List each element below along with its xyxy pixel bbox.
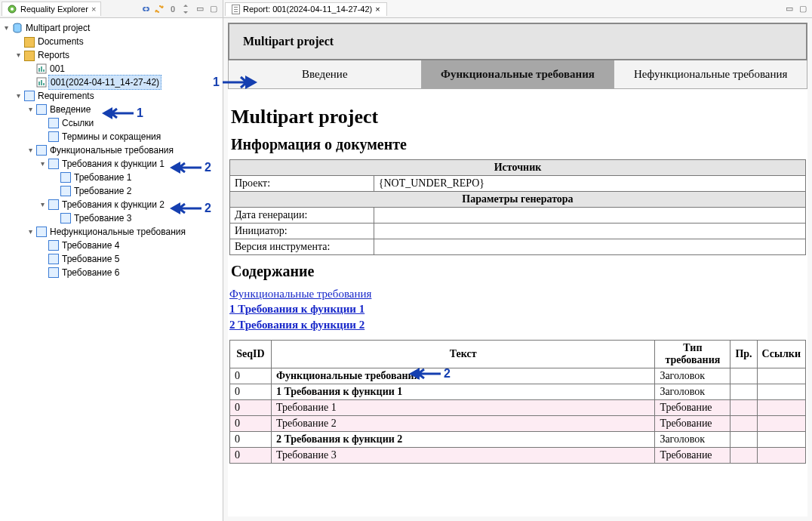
explorer-tab[interactable]: Requality Explorer × — [2, 2, 101, 16]
database-icon — [12, 23, 23, 33]
close-icon[interactable]: × — [375, 5, 380, 14]
report-viewer[interactable]: Multipart project Введение Функциональны… — [228, 23, 807, 516]
maximize-icon[interactable]: ▢ — [797, 3, 809, 15]
maximize-icon[interactable]: ▢ — [208, 3, 220, 15]
tree-report-selected[interactable]: 001(2024-04-11_14-27-42) — [48, 75, 161, 90]
report-icon — [36, 77, 47, 88]
toc-heading: Содержание — [231, 263, 804, 280]
tree-req6[interactable]: Требование 6 — [60, 266, 121, 279]
cell-seq: 0 — [230, 399, 272, 415]
explorer-tree[interactable]: ▾ Multipart project ▾ Documents ▾ — [0, 18, 223, 521]
expand-icon[interactable]: ▾ — [26, 103, 35, 116]
toc-func[interactable]: Функциональные требования — [229, 288, 371, 300]
svg-rect-8 — [38, 82, 40, 85]
tree-requirements[interactable]: Requirements — [36, 89, 96, 103]
requirement-icon — [48, 254, 59, 264]
cell-links — [757, 415, 805, 431]
tree-req2[interactable]: Требование 2 — [72, 184, 133, 198]
project-banner: Multipart project — [228, 23, 807, 60]
close-icon[interactable]: × — [91, 5, 96, 14]
info-tool-label: Версия инструмента: — [230, 239, 374, 255]
cell-text: Требование 3 — [272, 447, 655, 463]
nav-nonfunc[interactable]: Нефункциональные требования — [614, 60, 807, 88]
tree-func1[interactable]: Требования к функции 1 — [60, 157, 166, 171]
sort-icon[interactable] — [180, 3, 192, 15]
svg-rect-5 — [41, 66, 42, 72]
requirement-icon — [36, 145, 47, 156]
table-row: 0Требование 1Требование — [230, 399, 806, 415]
expand-icon[interactable]: ▾ — [2, 21, 11, 35]
th-text: Текст — [272, 340, 655, 368]
table-row: 0Функциональные требованияЗаголовок — [230, 368, 806, 384]
expand-icon[interactable]: ▾ — [14, 89, 23, 103]
report-nav: Введение Функциональные требования Нефун… — [228, 60, 807, 89]
nav-func[interactable]: Функциональные требования — [422, 60, 615, 88]
explorer-panel: Requality Explorer × 0 ▭ ▢ — [0, 0, 223, 521]
tree-intro[interactable]: Введение — [48, 103, 92, 116]
expand-icon[interactable]: ▾ — [38, 198, 47, 211]
tree-func2[interactable]: Требования к функции 2 — [60, 198, 166, 211]
expand-icon[interactable]: ▾ — [14, 48, 23, 62]
cell-type: Заголовок — [655, 431, 730, 447]
info-date-label: Дата генерации: — [230, 208, 374, 224]
requirements-table: SeqID Текст Тип требования Пр. Ссылки 0Ф… — [229, 340, 806, 464]
minimize-icon[interactable]: ▭ — [783, 3, 795, 15]
toc-item1[interactable]: 1 Требования к функции 1 — [229, 303, 364, 315]
svg-rect-9 — [41, 80, 42, 85]
nav-intro[interactable]: Введение — [229, 60, 422, 88]
tree-req5[interactable]: Требование 5 — [60, 252, 121, 266]
tree-req4[interactable]: Требование 4 — [60, 239, 121, 252]
requirement-icon — [60, 213, 71, 224]
cell-type: Заголовок — [655, 384, 730, 399]
requirement-icon — [60, 186, 71, 196]
editor-panel: Report: 001(2024-04-11_14-27-42) × ▭ ▢ M… — [223, 0, 812, 521]
report-title: Multipart project — [231, 106, 804, 128]
folder-icon — [24, 37, 35, 48]
th-pr: Пр. — [730, 340, 757, 368]
cell-text: 2 Требования к функции 2 — [272, 431, 655, 447]
th-type: Тип требования — [655, 340, 730, 368]
tree-documents[interactable]: Documents — [36, 35, 85, 48]
tree-req1[interactable]: Требование 1 — [72, 171, 133, 184]
requirement-icon — [48, 199, 59, 210]
tree-nonfunc[interactable]: Нефункциональные требования — [48, 225, 187, 239]
cell-pr — [730, 399, 757, 415]
minimize-icon[interactable]: ▭ — [194, 3, 206, 15]
cell-seq: 0 — [230, 415, 272, 431]
cell-text: Требование 2 — [272, 415, 655, 431]
tree-root[interactable]: Multipart project — [24, 21, 91, 35]
cell-links — [757, 447, 805, 463]
tree-terms[interactable]: Термины и сокращения — [60, 130, 162, 143]
explorer-tabbar: Requality Explorer × 0 ▭ ▢ — [0, 0, 223, 18]
cell-type: Требование — [655, 447, 730, 463]
cell-links — [757, 431, 805, 447]
expand-icon[interactable]: ▾ — [26, 225, 35, 239]
expand-icon[interactable]: ▾ — [26, 143, 35, 157]
tree-report-001[interactable]: 001 — [48, 62, 66, 76]
tree-req3[interactable]: Требование 3 — [72, 211, 133, 225]
cell-type: Требование — [655, 415, 730, 431]
requirement-icon — [48, 131, 59, 142]
editor-tab[interactable]: Report: 001(2024-04-11_14-27-42) × — [225, 2, 387, 16]
requirement-icon — [48, 267, 59, 278]
svg-rect-6 — [43, 69, 45, 72]
expand-icon[interactable]: ▾ — [38, 157, 47, 171]
toc-item2[interactable]: 2 Требования к функции 2 — [229, 319, 364, 331]
table-row: 02 Требования к функции 2Заголовок — [230, 431, 806, 447]
cell-pr — [730, 431, 757, 447]
editor-tabbar: Report: 001(2024-04-11_14-27-42) × ▭ ▢ — [223, 0, 812, 18]
info-initiator-label: Инициатор: — [230, 224, 374, 239]
tree-links[interactable]: Ссылки — [60, 116, 95, 130]
cell-links — [757, 399, 805, 415]
tree-reports[interactable]: Reports — [36, 48, 71, 62]
cell-links — [757, 384, 805, 399]
requirement-icon — [60, 172, 71, 183]
table-row: 0Требование 3Требование — [230, 447, 806, 463]
tree-func[interactable]: Функциональные требования — [48, 143, 175, 157]
cell-text: 1 Требования к функции 1 — [272, 384, 655, 399]
sync-icon[interactable] — [153, 3, 165, 15]
cell-type: Требование — [655, 399, 730, 415]
info-source-header: Источник — [230, 160, 806, 176]
document-icon — [232, 5, 240, 14]
link-icon[interactable] — [140, 3, 152, 15]
